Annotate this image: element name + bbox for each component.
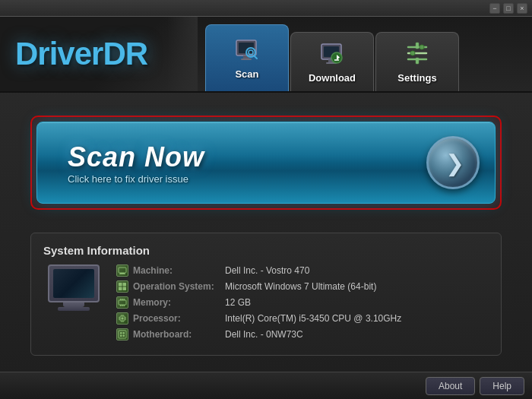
system-info-section: System Information bbox=[30, 233, 502, 356]
system-info-content: Machine: Dell Inc. - Vostro 470 bbox=[43, 264, 489, 344]
scan-tab-label: Scan bbox=[235, 68, 258, 80]
scan-now-wrapper: Scan Now Click here to fix driver issue … bbox=[30, 116, 502, 210]
svg-point-20 bbox=[420, 45, 424, 49]
svg-rect-36 bbox=[122, 318, 124, 320]
computer-icon bbox=[43, 264, 104, 318]
svg-rect-23 bbox=[119, 274, 125, 274]
main-container: DriverDR Scan bbox=[0, 17, 532, 399]
motherboard-value: Dell Inc. - 0NW73C bbox=[225, 329, 303, 340]
machine-icon bbox=[116, 264, 128, 277]
tab-scan[interactable]: Scan bbox=[205, 24, 289, 91]
monitor-base bbox=[58, 307, 90, 311]
tab-download[interactable]: Download bbox=[290, 32, 374, 91]
download-tab-label: Download bbox=[309, 72, 356, 84]
table-row: Machine: Dell Inc. - Vostro 470 bbox=[116, 264, 489, 277]
svg-rect-28 bbox=[119, 300, 126, 305]
app-logo: DriverDR bbox=[15, 36, 147, 72]
memory-value: 12 GB bbox=[225, 297, 251, 308]
processor-icon bbox=[116, 312, 128, 325]
svg-point-19 bbox=[410, 51, 415, 55]
svg-rect-27 bbox=[123, 287, 127, 291]
svg-rect-21 bbox=[119, 268, 126, 273]
table-row: Processor: Intel(R) Core(TM) i5-3450 CPU… bbox=[116, 312, 489, 325]
tab-settings[interactable]: Settings bbox=[375, 32, 459, 91]
svg-rect-45 bbox=[119, 331, 126, 338]
machine-label: Machine: bbox=[133, 265, 220, 276]
svg-rect-47 bbox=[120, 335, 122, 337]
motherboard-icon bbox=[116, 328, 128, 340]
content-area: Scan Now Click here to fix driver issue … bbox=[0, 93, 532, 378]
svg-rect-26 bbox=[119, 287, 122, 291]
svg-rect-3 bbox=[241, 59, 252, 60]
svg-rect-24 bbox=[119, 283, 122, 287]
table-row: Operation System: Microsoft Windows 7 Ul… bbox=[116, 280, 489, 293]
arrow-icon: ❯ bbox=[445, 150, 464, 176]
header: DriverDR Scan bbox=[0, 17, 532, 93]
svg-rect-22 bbox=[120, 273, 125, 274]
window-controls: − □ × bbox=[489, 3, 527, 14]
scan-now-subtitle: Click here to fix driver issue bbox=[68, 173, 188, 185]
os-value: Microsoft Windows 7 Ultimate (64-bit) bbox=[225, 281, 376, 292]
os-label: Operation System: bbox=[133, 281, 220, 292]
minimize-button[interactable]: − bbox=[489, 3, 500, 14]
scan-now-arrow-button[interactable]: ❯ bbox=[426, 136, 480, 189]
monitor-screen bbox=[53, 269, 94, 298]
svg-rect-31 bbox=[124, 299, 125, 300]
download-tab-icon bbox=[318, 41, 346, 69]
svg-rect-46 bbox=[120, 332, 122, 334]
table-row: Memory: 12 GB bbox=[116, 296, 489, 309]
scan-now-button[interactable]: Scan Now Click here to fix driver issue … bbox=[36, 122, 496, 204]
svg-rect-48 bbox=[123, 332, 125, 334]
about-button[interactable]: About bbox=[426, 377, 475, 395]
settings-tab-icon bbox=[404, 41, 431, 69]
processor-value: Intel(R) Core(TM) i5-3450 CPU @ 3.10GHz bbox=[225, 313, 401, 324]
svg-rect-34 bbox=[124, 305, 125, 306]
info-table: Machine: Dell Inc. - Vostro 470 bbox=[116, 264, 489, 344]
svg-rect-29 bbox=[120, 299, 122, 300]
scan-now-title: Scan Now bbox=[68, 141, 204, 173]
svg-rect-32 bbox=[120, 305, 122, 306]
help-button[interactable]: Help bbox=[480, 377, 524, 395]
settings-tab-label: Settings bbox=[397, 72, 436, 84]
svg-rect-25 bbox=[123, 283, 127, 287]
motherboard-label: Motherboard: bbox=[133, 329, 220, 340]
processor-label: Processor: bbox=[133, 313, 220, 324]
svg-line-6 bbox=[255, 55, 258, 59]
scan-tab-icon bbox=[233, 37, 261, 65]
scan-now-text-group: Scan Now Click here to fix driver issue bbox=[68, 141, 204, 185]
bottom-bar: About Help bbox=[0, 372, 532, 399]
maximize-button[interactable]: □ bbox=[503, 3, 514, 14]
nav-tabs: Scan Download bbox=[198, 17, 532, 91]
memory-icon bbox=[116, 296, 128, 309]
table-row: Motherboard: Dell Inc. - 0NW73C bbox=[116, 328, 489, 340]
close-button[interactable]: × bbox=[517, 3, 527, 14]
os-icon bbox=[116, 280, 128, 293]
monitor-body bbox=[48, 264, 100, 302]
logo-area: DriverDR bbox=[0, 17, 198, 91]
system-info-title: System Information bbox=[43, 244, 489, 257]
title-bar: − □ × bbox=[0, 0, 532, 17]
svg-rect-30 bbox=[122, 299, 123, 300]
memory-label: Memory: bbox=[133, 297, 220, 308]
machine-value: Dell Inc. - Vostro 470 bbox=[225, 265, 309, 276]
svg-rect-33 bbox=[122, 305, 123, 306]
svg-rect-49 bbox=[123, 335, 125, 337]
